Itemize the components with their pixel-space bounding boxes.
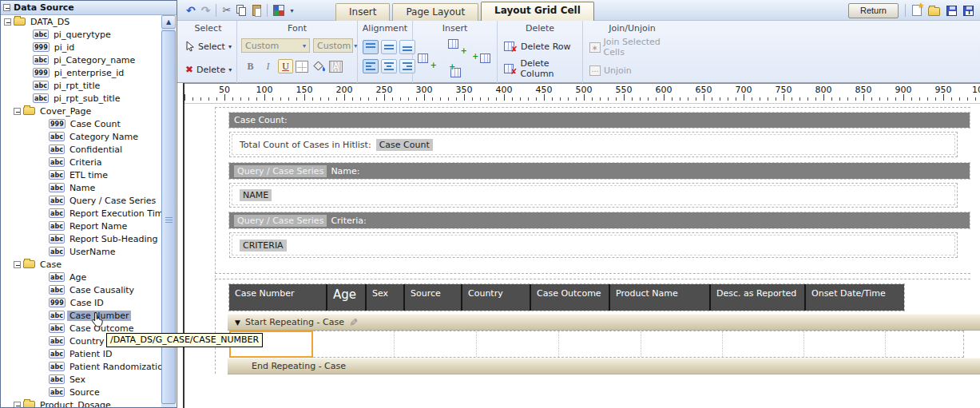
delete-row-button[interactable]: ✘ Delete Row bbox=[498, 37, 582, 56]
tree-item[interactable]: abc Name bbox=[1, 181, 162, 194]
save-icon[interactable] bbox=[946, 6, 957, 16]
delete-column-button[interactable]: ✘ Delete Column bbox=[498, 59, 582, 78]
tree-expander-icon[interactable] bbox=[14, 108, 21, 115]
tree-item[interactable]: 999 pi_enterprise_id bbox=[1, 66, 162, 79]
end-repeating-bar[interactable]: End Repeating - Case bbox=[228, 358, 980, 374]
insert-column-left-button[interactable]: + bbox=[418, 51, 435, 67]
chevron-down-icon[interactable]: ▾ bbox=[228, 66, 232, 73]
tree-item[interactable]: abc Age bbox=[1, 271, 162, 283]
insert-column-right-button[interactable]: + bbox=[475, 51, 493, 67]
tree-item[interactable]: abc ETL time bbox=[1, 168, 162, 181]
unjoin-button[interactable]: ⋯ Unjoin bbox=[583, 61, 681, 80]
join-selected-cells-button[interactable]: ∗ Join Selected Cells bbox=[583, 38, 681, 57]
chevron-down-icon[interactable]: ▾ bbox=[290, 7, 293, 14]
tree-item[interactable]: abc pi_rpt_sub_title bbox=[1, 92, 162, 105]
font-family-select[interactable]: Custom ▾ bbox=[241, 38, 310, 53]
grid-cell[interactable] bbox=[804, 331, 886, 357]
tree-item[interactable]: abc Report Execution Time bbox=[1, 207, 162, 220]
total-count-cell[interactable]: Total Count of Cases in Hitlist: Case Co… bbox=[229, 132, 958, 157]
grid-cell[interactable] bbox=[886, 331, 965, 357]
tree-expander-icon[interactable] bbox=[14, 402, 21, 408]
start-repeating-bar[interactable]: ▼ Start Repeating - Case ✎ bbox=[228, 314, 980, 331]
name-field[interactable]: NAME bbox=[240, 189, 272, 201]
edit-pencil-icon[interactable]: ✎ bbox=[347, 318, 359, 327]
scrollbar-up-icon[interactable]: ▲ bbox=[161, 15, 176, 29]
table-header-cell[interactable]: Country bbox=[462, 284, 531, 311]
insert-object-icon[interactable] bbox=[273, 5, 284, 16]
table-header-cell[interactable]: Age bbox=[327, 284, 367, 311]
align-left-button[interactable] bbox=[363, 59, 379, 73]
tree-item[interactable]: 999 pi_id bbox=[1, 41, 162, 53]
tree-item[interactable]: abc Criteria bbox=[1, 156, 162, 168]
table-header-cell[interactable]: Source bbox=[405, 284, 462, 311]
underline-button[interactable]: U bbox=[278, 59, 293, 73]
undo-icon[interactable]: ↶ bbox=[186, 3, 196, 18]
return-button[interactable]: Return bbox=[848, 3, 899, 18]
query-case-series-field[interactable]: Query / Case Series bbox=[234, 215, 327, 227]
tree-expander-icon[interactable] bbox=[4, 18, 11, 26]
tree-item[interactable]: abc pi_querytype bbox=[1, 28, 162, 41]
tree-item[interactable]: abc Patient Randomization N bbox=[1, 360, 162, 373]
tree-item[interactable]: abc Patient ID bbox=[1, 347, 162, 360]
save-as-icon[interactable] bbox=[963, 6, 974, 16]
layout-canvas[interactable]: Case Count: Total Count of Cases in Hitl… bbox=[184, 105, 980, 408]
case-count-field[interactable]: Case Count bbox=[376, 139, 433, 151]
tree-item[interactable]: 999 Case Count bbox=[1, 117, 162, 130]
redo-icon[interactable]: ↷ bbox=[201, 3, 211, 18]
font-color-icon[interactable]: A bbox=[329, 61, 343, 73]
valign-middle-button[interactable] bbox=[381, 40, 397, 54]
tree-item[interactable]: abc Report Name bbox=[1, 220, 162, 232]
scrollbar-thumb[interactable] bbox=[161, 30, 176, 404]
table-header-cell[interactable]: Case Outcome bbox=[531, 284, 610, 311]
insert-row-below-button[interactable]: + bbox=[450, 65, 468, 81]
grid-cell[interactable] bbox=[723, 331, 804, 357]
grid-cell[interactable] bbox=[477, 331, 559, 357]
open-folder-icon[interactable] bbox=[928, 7, 940, 16]
ribbon-tab[interactable]: Layout Grid Cell bbox=[481, 2, 594, 21]
tree-item[interactable]: abc pi_rpt_title bbox=[1, 79, 162, 92]
valign-top-button[interactable] bbox=[363, 40, 379, 54]
tree-item[interactable]: abc Case Number bbox=[1, 309, 162, 322]
new-document-icon[interactable] bbox=[912, 5, 922, 16]
section-header-name[interactable]: Query / Case Series Name: bbox=[229, 163, 970, 179]
font-size-select[interactable]: Custom ▾ bbox=[313, 38, 353, 53]
grid-cell[interactable] bbox=[312, 331, 395, 357]
table-header-cell[interactable]: Desc. as Reported bbox=[711, 284, 806, 311]
tree-expander-icon[interactable] bbox=[14, 261, 21, 268]
grid-cell[interactable] bbox=[641, 331, 723, 357]
collapse-panel-icon[interactable] bbox=[3, 4, 10, 11]
section-header-criteria[interactable]: Query / Case Series Criteria: bbox=[229, 212, 970, 228]
table-header-cell[interactable]: Case Number bbox=[229, 284, 327, 311]
align-center-button[interactable] bbox=[381, 59, 397, 73]
tree-item[interactable]: abc Category Name bbox=[1, 130, 162, 143]
tree-item[interactable]: Product_Dosage bbox=[1, 398, 162, 407]
table-header-cell[interactable]: Product Name bbox=[610, 284, 711, 311]
tree-item[interactable]: abc Source bbox=[1, 386, 162, 398]
italic-button[interactable]: I bbox=[260, 59, 276, 73]
select-button[interactable]: Select ▾ bbox=[180, 36, 236, 57]
delete-button[interactable]: ✖ Delete ▾ bbox=[180, 59, 236, 80]
grid-cell[interactable] bbox=[559, 331, 641, 357]
insert-row-above-button[interactable]: + bbox=[448, 37, 466, 53]
criteria-field[interactable]: CRITERIA bbox=[240, 240, 287, 252]
criteria-cell[interactable]: CRITERIA bbox=[229, 232, 958, 258]
fill-color-icon[interactable] bbox=[313, 61, 327, 73]
ribbon-tab[interactable]: Insert bbox=[335, 3, 390, 21]
copy-icon[interactable] bbox=[236, 5, 247, 16]
query-case-series-field[interactable]: Query / Case Series bbox=[234, 165, 327, 177]
ribbon-tab[interactable]: Page Layout bbox=[392, 3, 478, 21]
tree-item[interactable]: Case bbox=[1, 258, 162, 271]
tree-item[interactable]: abc Query / Case Series bbox=[1, 194, 162, 207]
bold-button[interactable]: B bbox=[243, 59, 258, 73]
tree-item[interactable]: abc Report Sub-Heading bbox=[1, 232, 162, 245]
tree-item[interactable]: abc Sex bbox=[1, 373, 162, 386]
paste-icon[interactable] bbox=[252, 5, 261, 16]
tree-item[interactable]: abc Case Causality bbox=[1, 283, 162, 296]
grid-cell[interactable] bbox=[395, 331, 477, 357]
tree-scrollbar[interactable]: ▲ bbox=[161, 15, 176, 407]
section-header-case-count[interactable]: Case Count: bbox=[229, 113, 970, 128]
chevron-down-icon[interactable]: ▾ bbox=[228, 43, 232, 50]
borders-icon[interactable] bbox=[296, 61, 308, 73]
name-cell[interactable]: NAME bbox=[229, 183, 958, 208]
table-header-cell[interactable]: Onset Date/Time bbox=[806, 284, 904, 311]
